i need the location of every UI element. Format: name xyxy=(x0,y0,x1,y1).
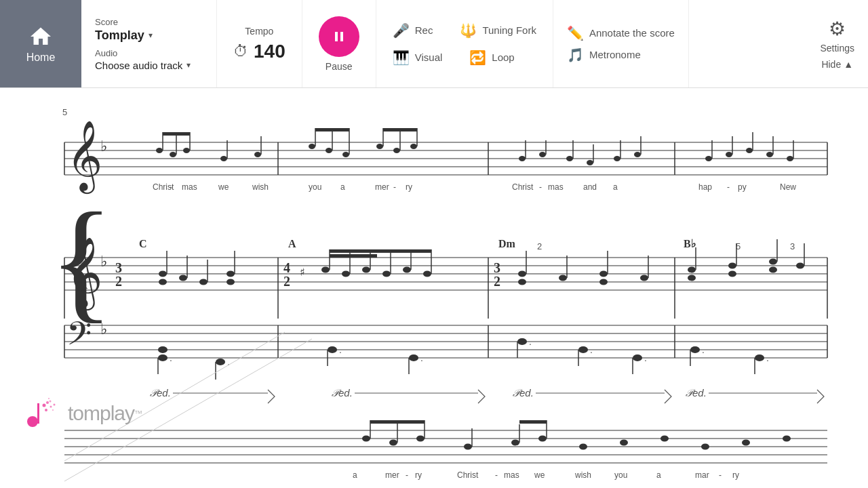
svg-point-23 xyxy=(342,152,349,157)
chord-bb: B♭ xyxy=(684,238,696,249)
svg-point-187 xyxy=(742,440,750,446)
ped-1: 𝒫ed. xyxy=(149,387,171,399)
loop-button[interactable]: 🔁 Loop xyxy=(464,47,519,68)
svg-point-98 xyxy=(382,271,391,277)
svg-point-121 xyxy=(728,263,736,269)
svg-point-124 xyxy=(769,267,777,273)
svg-point-182 xyxy=(538,436,547,442)
svg-point-179 xyxy=(416,436,425,442)
hide-button[interactable]: Hide ▲ xyxy=(821,59,853,70)
score-label: Score xyxy=(95,17,203,27)
metronome-label: Metronome xyxy=(589,49,641,60)
svg-point-188 xyxy=(783,436,791,442)
svg-text:we: we xyxy=(218,182,229,192)
svg-point-90 xyxy=(226,279,235,285)
svg-point-180 xyxy=(464,444,472,450)
svg-point-119 xyxy=(688,267,696,273)
svg-point-218 xyxy=(48,398,50,399)
svg-point-113 xyxy=(599,271,608,277)
svg-point-30 xyxy=(410,144,417,149)
svg-point-111 xyxy=(559,275,567,281)
svg-text:.: . xyxy=(339,344,342,355)
svg-point-212 xyxy=(43,404,46,407)
rec-button[interactable]: 🎤 Rec xyxy=(387,20,439,41)
svg-point-184 xyxy=(620,440,628,446)
svg-rect-107 xyxy=(330,249,431,253)
svg-text:New: New xyxy=(780,182,796,192)
svg-point-165 xyxy=(755,354,764,361)
svg-point-89 xyxy=(226,271,235,277)
annotate-label: Annotate the score xyxy=(589,27,675,39)
svg-text:a: a xyxy=(613,182,618,192)
svg-text:mer: mer xyxy=(375,182,389,192)
sharp-sign: ♯ xyxy=(300,266,305,278)
svg-point-88 xyxy=(199,279,208,285)
visual-button[interactable]: 🎹 Visual xyxy=(387,47,448,68)
chord-a: A xyxy=(288,238,296,249)
tempo-icon: ⏱ xyxy=(233,43,248,60)
svg-point-125 xyxy=(796,263,804,269)
ped-4: 𝒫ed. xyxy=(685,387,707,399)
svg-point-177 xyxy=(362,436,370,442)
audio-value-row[interactable]: Choose audio track ▾ xyxy=(95,60,203,71)
tuning-fork-icon: 🔱 xyxy=(460,22,477,39)
svg-point-39 xyxy=(566,156,573,161)
toolbar: Home Score Tomplay ▾ Audio Choose audio … xyxy=(0,0,868,88)
svg-text:.: . xyxy=(702,344,705,355)
svg-point-141 xyxy=(158,346,167,353)
svg-point-186 xyxy=(701,444,709,450)
svg-point-153 xyxy=(517,338,527,345)
settings-icon: ⚙ xyxy=(829,18,846,40)
time-sig3-top: 3 xyxy=(494,260,500,275)
home-button[interactable]: Home xyxy=(0,0,81,87)
svg-point-110 xyxy=(518,279,526,285)
svg-text:-: - xyxy=(539,182,542,192)
svg-point-35 xyxy=(519,156,526,161)
annotate-icon: ✏️ xyxy=(567,25,584,41)
svg-text:.: . xyxy=(170,352,172,363)
svg-point-95 xyxy=(321,267,330,273)
measure-number: 5 xyxy=(62,107,67,117)
settings-button[interactable]: ⚙ Settings xyxy=(820,18,854,54)
svg-point-215 xyxy=(45,409,47,411)
svg-rect-196 xyxy=(519,420,547,424)
svg-text:-: - xyxy=(170,182,172,192)
audio-value: Choose audio track xyxy=(95,60,182,71)
main-content: 5 𝄞 ♭ xyxy=(0,88,868,488)
svg-text:.: . xyxy=(529,336,532,347)
audio-dropdown-arrow[interactable]: ▾ xyxy=(186,60,191,70)
svg-text:ry: ry xyxy=(406,182,412,192)
melody-staff: 𝄞 ♭ xyxy=(64,121,827,195)
svg-text:mas: mas xyxy=(504,470,519,480)
loop-icon: 🔁 xyxy=(469,49,486,66)
score-value-row[interactable]: Tomplay ▾ xyxy=(95,28,203,43)
tempo-value: 140 xyxy=(254,41,285,62)
svg-text:.: . xyxy=(420,352,423,363)
tuning-fork-button[interactable]: 🔱 Tuning Fork xyxy=(454,20,541,41)
home-label: Home xyxy=(26,52,56,64)
metronome-button[interactable]: 🎵 Metronome xyxy=(567,47,675,63)
score-dropdown-arrow[interactable]: ▾ xyxy=(149,30,153,40)
svg-text:mas: mas xyxy=(182,182,197,192)
score-value: Tomplay xyxy=(95,28,144,43)
key-flat-bass: ♭ xyxy=(100,321,107,338)
annotate-button[interactable]: ✏️ Annotate the score xyxy=(567,25,675,41)
svg-point-22 xyxy=(326,148,332,153)
svg-point-85 xyxy=(159,271,167,277)
finger-2: 2 xyxy=(537,241,542,251)
svg-point-140 xyxy=(158,354,167,361)
pause-button[interactable] xyxy=(319,16,359,57)
tuning-fork-label: Tuning Fork xyxy=(482,24,536,36)
svg-text:hap: hap xyxy=(698,182,712,192)
chord-c: C xyxy=(139,238,147,249)
time-sig2-bottom: 2 xyxy=(283,274,290,289)
svg-point-12 xyxy=(183,148,190,153)
treble-clef-melody: 𝄞 xyxy=(66,121,102,195)
pause-section: Pause xyxy=(302,0,376,87)
svg-point-36 xyxy=(539,152,546,157)
svg-text:Christ: Christ xyxy=(512,182,534,192)
svg-point-11 xyxy=(170,152,176,157)
svg-point-150 xyxy=(409,354,418,361)
svg-text:.: . xyxy=(644,352,647,363)
svg-point-96 xyxy=(342,271,350,277)
